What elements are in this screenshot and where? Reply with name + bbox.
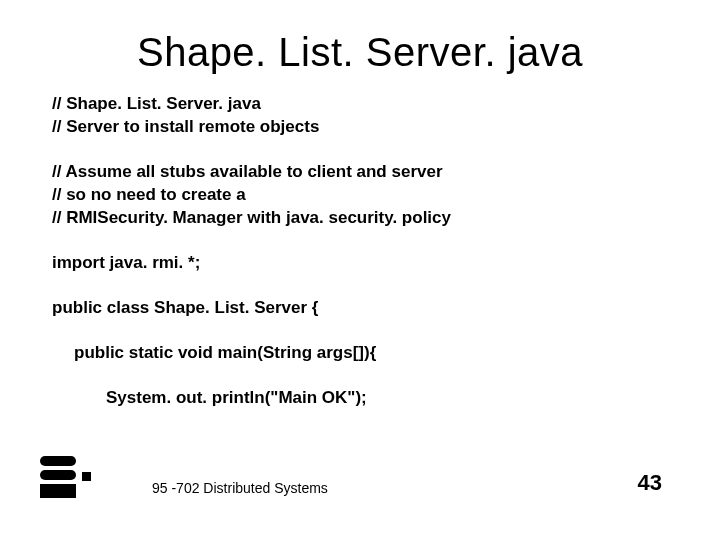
code-block: // Shape. List. Server. java // Server t… [0,75,720,409]
code-line: import java. rmi. *; [52,252,668,275]
svg-rect-1 [40,470,76,480]
slide-title: Shape. List. Server. java [0,0,720,75]
svg-rect-3 [82,472,91,481]
footer: 95 -702 Distributed Systems 43 [0,462,720,502]
code-line: // so no need to create a [52,184,668,207]
page-number: 43 [638,470,662,496]
code-line: // Shape. List. Server. java [52,93,668,116]
code-line: // Server to install remote objects [52,116,668,139]
code-line: // RMISecurity. Manager with java. secur… [52,207,668,230]
logo-icon [40,456,96,502]
svg-rect-0 [40,456,76,466]
code-line: public class Shape. List. Server { [52,297,668,320]
svg-rect-2 [40,484,76,498]
course-label: 95 -702 Distributed Systems [152,480,328,496]
code-line: System. out. println("Main OK"); [52,387,668,410]
code-line: public static void main(String args[]){ [52,342,668,365]
code-line: // Assume all stubs available to client … [52,161,668,184]
